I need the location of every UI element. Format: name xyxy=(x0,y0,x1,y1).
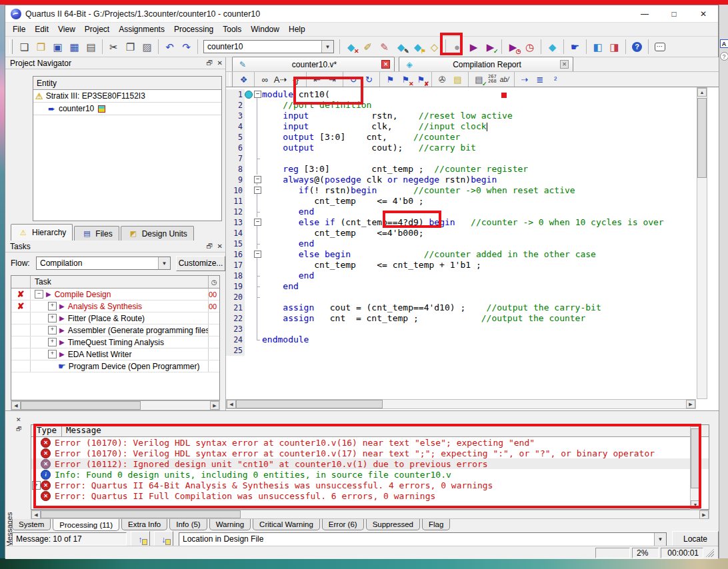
expand-icon[interactable]: + xyxy=(48,302,57,310)
open-in-main-button[interactable]: ❖ xyxy=(236,72,251,87)
code-line[interactable]: 10− if(! rstn)begin //counter ->0 when r… xyxy=(226,185,709,196)
code-line[interactable]: 21 assign cout = (cnt_temp==4'd10) ; //o… xyxy=(226,302,709,313)
location-select[interactable]: Location in Design File ▼ xyxy=(179,532,667,546)
template-button[interactable]: ▤ xyxy=(450,72,465,87)
tasks-horizontal-scrollbar[interactable]: ◀ ▶ xyxy=(11,400,220,410)
open-file-button[interactable]: ❒ xyxy=(33,38,49,55)
next-message-button[interactable]: ↓ xyxy=(154,531,173,547)
locate-button[interactable]: Locate xyxy=(672,531,719,547)
message-tab-system[interactable]: System xyxy=(12,519,51,530)
task-row[interactable]: +▶Assembler (Generate programming files) xyxy=(11,324,219,336)
pencil-button[interactable]: ✎ xyxy=(376,38,393,55)
code-line[interactable]: 22 assign cnt = cnt_temp ; //output the … xyxy=(226,313,709,324)
start-compilation-button[interactable]: ▶ xyxy=(465,38,482,55)
scroll-right-icon[interactable]: ▶ xyxy=(699,510,709,519)
scrollbar-thumb[interactable] xyxy=(236,400,383,408)
code-line[interactable]: 9− always@(posedge clk or negedge rstn)b… xyxy=(226,175,709,185)
bookmark-clear-button[interactable]: ⚑✘ xyxy=(413,72,429,87)
diamond-flag-button[interactable]: ◆⚑ xyxy=(409,38,426,55)
code-line[interactable]: 8 reg [3:0] cnt_temp ; //counter registe… xyxy=(226,164,709,175)
next-loc-button[interactable]: ↻ xyxy=(361,72,377,87)
start-analysis-button[interactable]: ▶✓ xyxy=(482,38,499,55)
tab-design-units[interactable]: ◩Design Units xyxy=(121,226,194,241)
chevron-down-icon[interactable]: ▼ xyxy=(654,533,666,546)
code-line[interactable]: 2 //port definition xyxy=(226,100,709,111)
cut-button[interactable]: ✂ xyxy=(105,38,122,55)
message-row[interactable]: +✕Error: Quartus II 64-Bit Analysis & Sy… xyxy=(31,480,709,490)
code-line[interactable]: 15 end xyxy=(226,239,709,249)
fold-collapse-icon[interactable]: − xyxy=(253,175,261,185)
stop-button[interactable]: ● xyxy=(449,38,465,55)
code-line[interactable]: 11 cnt_temp <= 4'b0 ; xyxy=(226,196,709,207)
x-diamond-button[interactable]: ◆✕ xyxy=(343,38,359,55)
sup2-button[interactable]: ² xyxy=(548,72,563,87)
code-line[interactable]: 18 end xyxy=(226,271,709,281)
timequest-button[interactable]: ◷ xyxy=(521,38,538,55)
message-tab-info-5[interactable]: Info (5) xyxy=(169,519,207,530)
scrollbar-thumb[interactable] xyxy=(697,98,707,178)
previous-message-button[interactable]: ↑ xyxy=(131,531,150,547)
fold-minus-icon[interactable]: − xyxy=(254,219,261,226)
goto-button[interactable]: ⇢ xyxy=(517,72,533,87)
save-button[interactable]: ▣ xyxy=(49,38,66,55)
report-button[interactable]: ◆≡ xyxy=(544,38,561,55)
fold-collapse-icon[interactable]: − xyxy=(253,249,261,260)
close-panel-icon[interactable]: ✕ xyxy=(217,243,223,250)
resize-grip[interactable] xyxy=(705,548,714,557)
menu-edit[interactable]: Edit xyxy=(30,23,53,37)
message-tab-extra-info[interactable]: Extra Info xyxy=(121,519,167,530)
messages-vertical-scrollbar[interactable]: ▼ xyxy=(690,426,701,510)
scroll-up-icon[interactable]: ▲ xyxy=(697,88,707,97)
code-line[interactable]: 7 xyxy=(226,153,709,164)
redo-button[interactable]: ↷ xyxy=(178,38,195,55)
chevron-down-icon[interactable]: ▼ xyxy=(158,257,170,269)
toolbar-grip[interactable] xyxy=(9,39,13,54)
code-line[interactable]: 24endmodule xyxy=(226,334,709,345)
help-button[interactable]: ? xyxy=(629,38,645,55)
task-row[interactable]: ✘+▶Analysis & Synthesis00 xyxy=(11,300,219,312)
expand-icon[interactable]: + xyxy=(48,338,57,346)
message-tab-critical-warning[interactable]: Critical Warning xyxy=(253,519,320,530)
fold-minus-icon[interactable]: − xyxy=(254,91,261,98)
diamond-xor-button[interactable]: ◇ xyxy=(426,38,443,55)
editor-tab-counter10-v[interactable]: ✎counter10.v*✕ xyxy=(232,57,395,71)
customize-button[interactable]: Customize... xyxy=(176,256,225,271)
menu-window[interactable]: Window xyxy=(246,23,284,37)
code-line[interactable]: 13− else if (cnt_temp==4?d9) begin //cou… xyxy=(226,217,709,228)
message-row[interactable]: iInfo: Found 0 design units, including 0… xyxy=(31,469,709,480)
expand-icon[interactable]: + xyxy=(31,481,41,490)
copy-button[interactable]: ❐ xyxy=(122,38,139,55)
prev-loc-button[interactable]: ↺ xyxy=(346,72,361,87)
task-row[interactable]: +▶TimeQuest Timing Analysis xyxy=(11,336,219,348)
task-row[interactable]: +▶Fitter (Place & Route) xyxy=(11,312,219,324)
fold-minus-icon[interactable]: − xyxy=(254,176,261,183)
editor-tab-compilation-report[interactable]: ◈Compilation Report✕ xyxy=(399,57,573,71)
expand-icon[interactable]: + xyxy=(48,350,57,358)
syntax-check-button[interactable]: ▤✓ xyxy=(471,72,487,87)
maximize-button[interactable]: □ xyxy=(659,5,689,22)
replace-button[interactable]: A⇢ xyxy=(273,72,288,87)
fold-collapse-icon[interactable]: − xyxy=(253,185,261,196)
menu-project[interactable]: Project xyxy=(80,23,114,37)
collapse-icon[interactable]: − xyxy=(35,290,43,298)
attach-button[interactable]: ✇ xyxy=(435,72,450,87)
message-row[interactable]: ✕Error (10170): Verilog HDL syntax error… xyxy=(31,448,709,458)
task-row[interactable]: +▶EDA Netlist Writer xyxy=(11,348,219,360)
scrollbar-thumb[interactable] xyxy=(41,510,241,518)
expand-icon[interactable]: + xyxy=(48,314,57,322)
fold-collapse-icon[interactable]: − xyxy=(253,89,261,100)
messages-horizontal-scrollbar[interactable]: ◀ ▶ xyxy=(31,510,709,519)
task-row[interactable]: ✘−▶Compile Design00 xyxy=(11,288,219,300)
feedback-button[interactable]: ⋯ xyxy=(651,38,668,55)
close-tab-icon[interactable]: ✕ xyxy=(560,60,569,69)
code-line[interactable]: 6 output cout); //carry bit xyxy=(226,143,709,153)
message-tab-warning[interactable]: Warning xyxy=(209,519,251,530)
message-tab-suppressed[interactable]: Suppressed xyxy=(366,519,420,530)
float-panel-icon[interactable]: 🗗 xyxy=(207,59,213,67)
float-panel-icon[interactable]: 🗗 xyxy=(207,243,213,250)
close-tab-icon[interactable]: ✕ xyxy=(381,60,390,69)
project-select[interactable]: counter10▼ xyxy=(203,40,334,53)
message-tab-error-6[interactable]: Error (6) xyxy=(322,519,364,530)
menu-tools[interactable]: Tools xyxy=(218,23,246,37)
wand-pencil-button[interactable]: ✐ xyxy=(359,38,376,55)
